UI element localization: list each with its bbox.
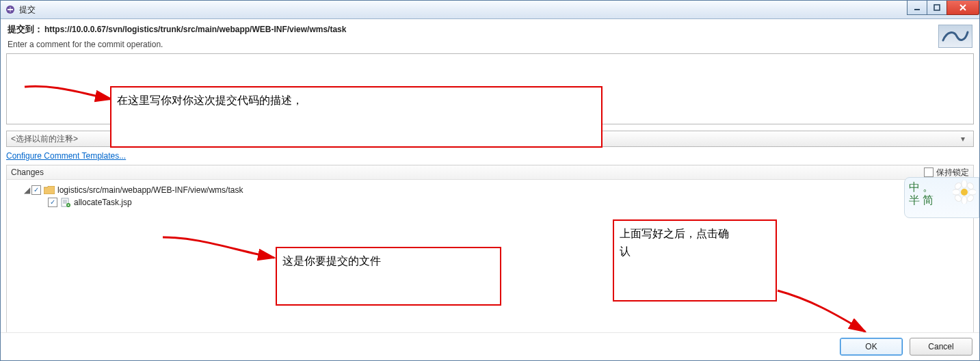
header-pane: 提交到： https://10.0.0.67/svn/logistics/tru… [1, 19, 979, 53]
window-controls [908, 1, 979, 15]
file-checkbox[interactable] [48, 198, 57, 207]
svg-point-12 [954, 182, 963, 191]
expand-icon[interactable]: ◢ [23, 187, 30, 193]
button-bar: OK Cancel [1, 332, 979, 360]
annotation-comment: 在这里写你对你这次提交代码的描述， [110, 86, 602, 148]
folder-icon [44, 185, 55, 195]
app-icon [5, 4, 16, 15]
keep-locks-label: 保持锁定 [936, 167, 969, 178]
commit-url: https://10.0.0.67/svn/logistics/trunk/sr… [44, 25, 346, 34]
svg-point-13 [966, 182, 975, 191]
svg-point-15 [966, 194, 975, 203]
window-title: 提交 [19, 3, 979, 16]
tree-file-row[interactable]: allocateTask.jsp [11, 196, 969, 209]
annotation-ok: 上面写好之后，点击确 认 [613, 219, 777, 302]
commit-hint: Enter a comment for the commit operation… [8, 40, 972, 49]
ime-indicator[interactable]: 中 。 半 简 [904, 177, 979, 218]
cancel-button[interactable]: Cancel [910, 338, 972, 356]
svg-point-10 [953, 189, 960, 195]
tree-folder-row[interactable]: ◢ logistics/src/main/webapp/WEB-INF/view… [11, 184, 969, 196]
chevron-down-icon: ▾ [957, 134, 969, 144]
keep-locks-checkbox[interactable]: 保持锁定 [920, 167, 973, 178]
changes-title: Changes [7, 168, 920, 177]
file-icon [60, 198, 71, 207]
close-button[interactable] [946, 1, 979, 15]
commit-to-label: 提交到： [8, 23, 43, 36]
commit-dialog: 提交 提交到： https://10.0.0.67/svn/logistics/… [0, 0, 980, 361]
brand-icon [938, 25, 972, 48]
annotation-file: 这是你要提交的文件 [276, 247, 501, 306]
svg-point-8 [962, 180, 967, 188]
ok-button[interactable]: OK [840, 338, 903, 356]
folder-checkbox[interactable] [31, 185, 41, 195]
svg-point-7 [961, 189, 968, 196]
svg-rect-3 [914, 9, 920, 10]
minimize-button[interactable] [907, 1, 927, 15]
flower-icon [953, 180, 976, 206]
svg-point-14 [954, 194, 963, 203]
folder-path: logistics/src/main/webapp/WEB-INF/view/w… [57, 185, 243, 195]
file-name: allocateTask.jsp [74, 198, 132, 207]
svg-point-9 [962, 196, 967, 204]
maximize-button[interactable] [927, 1, 947, 15]
titlebar[interactable]: 提交 [1, 1, 979, 19]
svg-rect-4 [934, 5, 940, 10]
configure-templates-link[interactable]: Configure Comment Templates... [6, 151, 126, 161]
svg-rect-2 [10, 7, 11, 12]
svg-point-11 [968, 189, 976, 195]
checkbox-icon [924, 168, 933, 177]
